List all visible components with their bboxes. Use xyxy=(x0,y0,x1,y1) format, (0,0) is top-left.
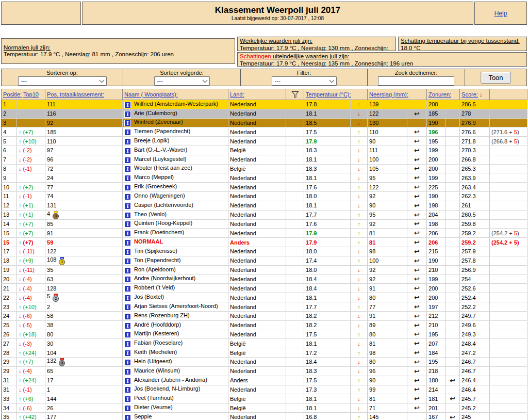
neerslag-cell: 92 xyxy=(368,191,407,201)
info-icon[interactable]: I xyxy=(124,111,131,118)
zonuren-joker-cell xyxy=(446,118,460,127)
position-change: (-11) xyxy=(23,248,35,254)
info-icon[interactable]: I xyxy=(124,212,131,219)
sort-neerslag-link[interactable]: Neerslag (mm): xyxy=(369,91,408,98)
score-note-cell xyxy=(490,201,527,210)
info-icon[interactable]: I xyxy=(124,350,131,357)
info-icon[interactable]: I xyxy=(124,230,131,237)
info-icon[interactable]: I xyxy=(124,239,131,246)
info-icon[interactable]: I xyxy=(124,331,131,338)
info-icon[interactable]: I xyxy=(124,175,131,182)
zonuren-joker-cell xyxy=(446,201,460,210)
score-cell: 249.3 xyxy=(460,330,490,339)
info-icon[interactable]: I xyxy=(124,313,131,320)
info-icon[interactable]: I xyxy=(124,157,131,164)
zonuren-cell: 196 xyxy=(427,127,446,137)
score-cell: 259.2 xyxy=(460,238,490,247)
position-change: (-1) xyxy=(23,386,32,393)
info-icon[interactable]: I xyxy=(124,414,131,420)
score-cell: 248.4 xyxy=(460,339,490,348)
search-input[interactable] xyxy=(378,76,454,86)
info-icon[interactable]: I xyxy=(124,148,131,154)
filter-spacer-cell xyxy=(286,320,304,330)
info-icon[interactable]: I xyxy=(124,193,131,200)
position-change: (+1) xyxy=(23,202,34,208)
land-cell: Nederland xyxy=(228,302,286,312)
filter-funnel-icon[interactable] xyxy=(291,91,299,98)
show-button[interactable]: Toon xyxy=(481,72,510,84)
zonuren-cell: 210 xyxy=(427,265,446,274)
temperatuur-trend-cell: ↓ xyxy=(351,146,368,155)
top10-link[interactable]: Top10 xyxy=(23,91,39,98)
sort-score-link[interactable]: Score: xyxy=(461,91,478,98)
sort-by-cell: Sorteren op: --- xyxy=(1,69,123,86)
participant-name: André (Hoofddorp) xyxy=(134,321,181,328)
info-icon[interactable]: I xyxy=(124,138,131,145)
sort-temperatuur-link[interactable]: Temperatuur (°C): xyxy=(306,91,351,98)
naam-cell: IArjan Sietses (Amersfoort-Noord) xyxy=(123,302,228,312)
final-estimates-values: Temperatuur: 17.9 °C , Neerslag: 135 mm … xyxy=(240,60,524,68)
temperatuur-trend-cell: ↑ xyxy=(351,256,368,265)
naam-cell: IJos (Boekend, N-Limburg) xyxy=(123,385,228,394)
info-icon[interactable]: I xyxy=(124,166,131,172)
info-icon[interactable]: I xyxy=(124,378,131,384)
info-icon[interactable]: I xyxy=(124,341,131,347)
info-icon[interactable]: I xyxy=(124,386,131,393)
score-cell: 246.7 xyxy=(460,357,490,366)
info-icon[interactable]: I xyxy=(124,203,131,209)
info-icon[interactable]: I xyxy=(124,396,131,402)
score-cell: 286.5 xyxy=(460,100,490,109)
sort-by-select[interactable]: --- xyxy=(18,76,107,86)
table-row: 7↓ (-2)96IMarcel (Luyksgestel)Nederland1… xyxy=(2,155,527,164)
sort-totaal-link[interactable]: Pos. totaalklassement: xyxy=(47,91,104,98)
info-icon[interactable]: I xyxy=(124,120,131,126)
sort-order-select[interactable]: --- xyxy=(154,76,210,86)
info-icon[interactable]: I xyxy=(124,129,131,136)
info-icon[interactable]: I xyxy=(124,285,131,292)
participant-name: Marcel (Luyksgestel) xyxy=(134,156,186,162)
trend-down-icon: ↓ xyxy=(19,147,22,153)
neerslag-joker-cell: ↩ xyxy=(407,201,427,210)
info-icon[interactable]: I xyxy=(124,359,131,366)
info-icon[interactable]: I xyxy=(124,368,131,375)
info-icon[interactable]: I xyxy=(124,184,131,191)
temperatuur-cell: 17.6 xyxy=(304,183,351,192)
info-icon[interactable]: I xyxy=(124,322,131,329)
participant-name: Theo (Venlo) xyxy=(134,211,167,217)
trend-down-icon: ↓ xyxy=(19,368,22,374)
land-cell: Nederland xyxy=(228,412,286,420)
info-icon[interactable]: I xyxy=(124,405,131,412)
info-icon[interactable]: I xyxy=(124,267,131,274)
sort-naam-link[interactable]: Naam ( Woonplaats): xyxy=(124,91,178,98)
sort-land-link[interactable]: Land: xyxy=(230,91,244,98)
info-icon[interactable]: I xyxy=(124,295,131,301)
filter-select[interactable]: --- xyxy=(272,76,337,86)
sort-zonuren-link[interactable]: Zonuren: xyxy=(428,91,451,98)
score-cell: 276.9 xyxy=(460,118,490,127)
info-icon[interactable]: I xyxy=(124,249,131,255)
info-icon[interactable]: I xyxy=(124,304,131,311)
sort-positie-link[interactable]: Positie: xyxy=(3,91,22,98)
table-row: 13↑ (+1)43ITheo (Venlo)Nederland17.7↑95↩… xyxy=(2,210,527,219)
neerslag-joker-cell: ↩ xyxy=(407,146,427,155)
info-icon[interactable]: I xyxy=(124,258,131,265)
info-icon[interactable]: I xyxy=(124,102,131,108)
score-note-cell xyxy=(490,320,527,330)
help-link[interactable]: Help xyxy=(494,10,507,17)
position-change-cell: ↑ (+42) xyxy=(17,412,45,420)
zonuren-joker-cell xyxy=(446,274,460,284)
info-icon[interactable]: I xyxy=(124,276,131,283)
temperatuur-cell: 18.3 xyxy=(304,366,351,376)
zonuren-joker-cell xyxy=(446,357,460,366)
participant-name: Breeje (Lopik) xyxy=(134,137,169,143)
positie-cell: 24 xyxy=(2,311,17,320)
score-note-cell xyxy=(490,357,527,366)
temperatuur-trend-cell: ↓ xyxy=(351,274,368,284)
joker-arrow-icon: ↩ xyxy=(414,358,420,366)
info-icon[interactable]: I xyxy=(124,221,131,228)
totaalklassement-cell: 1 xyxy=(45,385,123,394)
naam-cell: ITiemen (Papendrecht) xyxy=(123,127,228,137)
score-note-cell: (266.8 + 5) xyxy=(490,137,527,146)
final-estimates-box: Schattingen uiteindelijke waarden juli z… xyxy=(237,52,527,67)
trend-down-icon: ↓ xyxy=(357,313,360,319)
